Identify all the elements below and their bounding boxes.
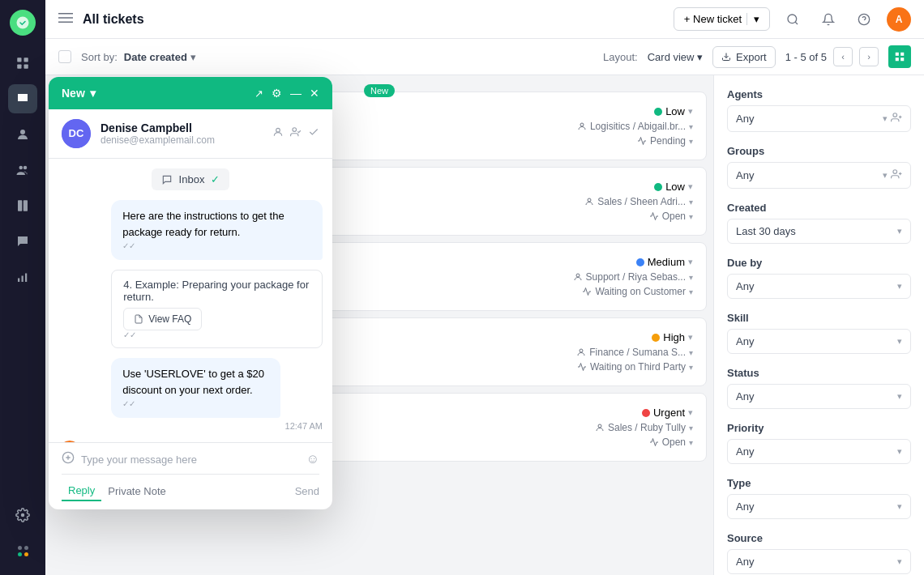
header: All tickets + New ticket ▾ A <box>45 0 924 39</box>
message-input[interactable] <box>81 454 300 466</box>
svg-rect-24 <box>900 58 904 61</box>
groups-dropdown[interactable]: Any ▾ <box>727 162 911 189</box>
search-icon[interactable] <box>780 6 806 32</box>
source-chevron: ▾ <box>897 556 902 567</box>
due-by-dropdown[interactable]: Any ▾ <box>727 274 911 299</box>
sidebar <box>0 0 45 575</box>
type-dropdown[interactable]: Any ▾ <box>727 494 911 519</box>
next-page-button[interactable]: › <box>859 47 879 66</box>
ticket-status: Open ▾ <box>649 211 693 222</box>
status-dropdown[interactable]: Any ▾ <box>727 384 911 409</box>
open-external-icon[interactable]: ↗ <box>255 87 263 100</box>
sidebar-item-apps[interactable] <box>8 536 37 565</box>
svg-point-39 <box>293 128 297 132</box>
sidebar-item-settings[interactable] <box>8 500 37 530</box>
sidebar-item-inbox[interactable] <box>8 84 37 113</box>
help-icon[interactable] <box>851 6 877 32</box>
svg-rect-22 <box>900 53 904 56</box>
priority-badge: Low ▾ <box>654 181 693 193</box>
new-ticket-button[interactable]: + New ticket ▾ <box>674 7 770 31</box>
type-chevron: ▾ <box>897 501 902 512</box>
notifications-icon[interactable] <box>815 6 841 32</box>
sidebar-item-contacts[interactable] <box>8 120 37 149</box>
sidebar-item-chat[interactable] <box>8 227 37 256</box>
export-button[interactable]: Export <box>712 46 776 68</box>
user-avatar[interactable]: A <box>887 7 911 32</box>
status-chevron: ▾ <box>897 391 902 402</box>
new-badge: New <box>364 84 395 97</box>
check-icon[interactable] <box>308 126 319 141</box>
sidebar-logo[interactable] <box>10 10 36 36</box>
ticket-status: Pending ▾ <box>637 135 693 147</box>
ticket-assignee: Sales / Sheen Adri... ▾ <box>584 196 693 207</box>
agents-dropdown[interactable]: Any ▾ <box>727 105 911 132</box>
chat-status-dropdown[interactable]: New ▾ <box>62 87 96 100</box>
agents-filter: Agents Any ▾ <box>727 88 911 132</box>
emoji-icon[interactable]: ☺ <box>306 452 319 466</box>
tab-private-note[interactable]: Private Note <box>101 482 173 500</box>
contact-name: Denise Campbell <box>101 121 263 134</box>
svg-rect-2 <box>24 58 28 62</box>
assign-icon[interactable] <box>272 126 284 141</box>
add-attachment-icon[interactable] <box>62 451 75 467</box>
prev-page-button[interactable]: ‹ <box>833 47 853 66</box>
tab-reply[interactable]: Reply <box>62 481 101 501</box>
svg-rect-11 <box>22 276 24 283</box>
groups-add-icon[interactable] <box>891 168 902 182</box>
reassign-icon[interactable] <box>290 126 302 141</box>
toolbar: Sort by: Date created ▾ Layout: Card vie… <box>45 39 924 75</box>
skill-dropdown[interactable]: Any ▾ <box>727 329 911 354</box>
menu-icon[interactable] <box>58 11 73 28</box>
created-dropdown[interactable]: Last 30 days ▾ <box>727 219 911 244</box>
ticket-assignee: Finance / Sumana S... ▾ <box>576 347 693 358</box>
svg-point-33 <box>893 170 897 174</box>
source-dropdown[interactable]: Any ▾ <box>727 549 911 574</box>
inbox-badge: Inbox ✓ <box>152 168 230 190</box>
chat-header: New ▾ ↗ ⚙ — ✕ <box>49 77 332 109</box>
svg-rect-15 <box>58 21 73 23</box>
ticket-assignee: Logisitics / Abigail.br... ▾ <box>577 121 693 132</box>
priority-dot <box>642 409 650 417</box>
skill-filter: Skill Any ▾ <box>727 312 911 354</box>
card-view-button[interactable]: Card view ▾ <box>648 51 703 63</box>
ticket-status: Waiting on Third Party ▾ <box>577 361 693 373</box>
select-all-checkbox[interactable] <box>58 50 71 63</box>
chat-messages: Inbox ✓ Here are the instructions to get… <box>49 159 332 442</box>
created-filter: Created Last 30 days ▾ <box>727 202 911 244</box>
view-faq-button[interactable]: View FAQ <box>123 308 202 330</box>
settings-icon[interactable]: ⚙ <box>272 87 282 100</box>
svg-point-16 <box>788 15 797 23</box>
sidebar-item-reports[interactable] <box>8 262 37 292</box>
svg-point-0 <box>17 17 29 29</box>
priority-badge: Urgent ▾ <box>642 407 693 419</box>
priority-dropdown[interactable]: Any ▾ <box>727 439 911 464</box>
svg-point-7 <box>24 166 28 170</box>
grid-view-button[interactable] <box>888 45 911 68</box>
send-button[interactable]: Send <box>295 485 319 497</box>
minimize-icon[interactable]: — <box>290 87 302 100</box>
agents-add-icon[interactable] <box>891 112 902 126</box>
priority-filter: Priority Any ▾ <box>727 422 911 464</box>
sort-value: Date created <box>124 51 187 63</box>
groups-chevron: ▾ <box>883 170 888 181</box>
priority-badge: Low ▾ <box>654 105 693 117</box>
svg-point-27 <box>576 274 580 277</box>
sort-chevron-icon: ▾ <box>190 51 196 63</box>
svg-text:DC: DC <box>69 127 84 139</box>
sidebar-item-dashboard[interactable] <box>8 49 37 78</box>
svg-point-30 <box>893 113 897 117</box>
chat-overlay: New ▾ ↗ ⚙ — ✕ DC Denise Campbell denise@… <box>49 77 332 509</box>
svg-point-5 <box>20 130 25 134</box>
list-item: Use 'USERLOVE' to get a $20 discount on … <box>111 358 323 431</box>
sidebar-item-groups[interactable] <box>8 155 37 185</box>
svg-rect-14 <box>58 17 73 19</box>
filter-panel: Agents Any ▾ Groups Any ▾ <box>713 75 924 575</box>
priority-dot <box>652 334 660 342</box>
sort-by-dropdown[interactable]: Sort by: Date created ▾ <box>81 51 196 63</box>
agents-dropdown-chevron: ▾ <box>883 113 888 124</box>
close-icon[interactable]: ✕ <box>310 87 319 100</box>
priority-badge: Medium ▾ <box>636 256 693 268</box>
type-filter: Type Any ▾ <box>727 477 911 519</box>
svg-rect-23 <box>896 58 899 61</box>
sidebar-item-books[interactable] <box>8 191 37 220</box>
